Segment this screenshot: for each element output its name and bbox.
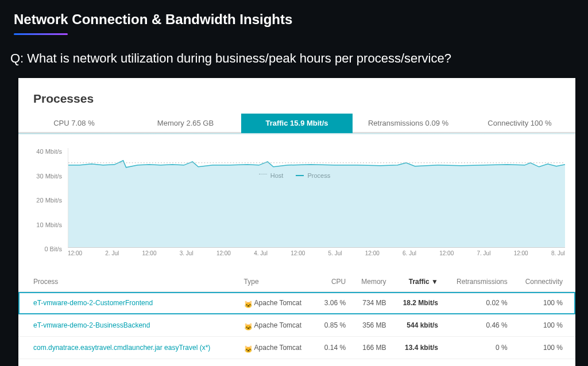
process-table: Process Type CPU Memory Traffic ▼ Retran… [18,272,575,359]
memory-cell: 166 MB [351,337,392,359]
cpu-cell: 0.85 % [315,314,352,337]
tab-connectivity[interactable]: Connectivity 100 % [464,114,575,133]
xtick: 5. Jul [328,250,342,256]
col-process[interactable]: Process [18,272,238,292]
tomcat-icon: 🐱 [244,323,251,329]
ytick-30: 30 Mbit/s [36,173,62,180]
tab-memory[interactable]: Memory 2.65 GB [130,114,241,133]
panel-title: Processes [18,78,575,114]
xtick: 12:00 [142,250,156,256]
x-axis: 12:00 2. Jul 12:00 3. Jul 12:00 4. Jul 1… [68,250,565,256]
processes-panel: Processes CPU 7.08 % Memory 2.65 GB Traf… [18,78,575,366]
process-link[interactable]: com.dynatrace.easytravel.cmdlauncher.jar… [18,337,238,359]
memory-cell: 734 MB [351,292,392,314]
traffic-cell: 544 kbit/s [392,314,444,337]
xtick: 7. Jul [477,250,490,256]
cpu-cell: 3.06 % [315,292,352,314]
ytick-0: 0 Bit/s [44,246,62,252]
memory-cell: 356 MB [351,314,392,337]
traffic-cell: 13.4 kbit/s [392,337,444,359]
type-cell: 🐱Apache Tomcat [238,292,315,314]
slide-root: Network Connection & Bandwidth Insights … [0,0,588,366]
col-memory[interactable]: Memory [351,272,392,292]
conn-cell: 100 % [513,314,575,337]
xtick: 4. Jul [254,250,268,256]
retrans-cell: 0.02 % [444,292,513,314]
xtick: 12:00 [365,250,380,256]
plot-area[interactable] [68,148,565,248]
xtick: 12:00 [439,250,454,256]
tab-cpu[interactable]: CPU 7.08 % [18,114,130,133]
process-link[interactable]: eT-vmware-demo-2-CustomerFrontend [18,292,238,314]
retrans-cell: 0 % [444,337,513,359]
y-axis: 40 Mbit/s 30 Mbit/s 20 Mbit/s 10 Mbit/s … [24,151,64,249]
xtick: 2. Jul [105,250,119,256]
retrans-cell: 0.46 % [444,314,513,337]
xtick: 12:00 [216,250,231,256]
ytick-20: 20 Mbit/s [36,197,62,204]
conn-cell: 100 % [513,292,575,314]
xtick: 6. Jul [403,250,416,256]
process-link[interactable]: eT-vmware-demo-2-BusinessBackend [18,314,238,337]
question-text: Q: What is network utilization during bu… [0,35,588,66]
col-type[interactable]: Type [238,272,315,292]
col-connectivity[interactable]: Connectivity [513,272,575,292]
page-title: Network Connection & Bandwidth Insights [0,0,588,30]
tab-retransmissions[interactable]: Retransmissions 0.09 % [353,114,464,133]
type-cell: 🐱Apache Tomcat [238,314,315,337]
conn-cell: 100 % [513,337,575,359]
xtick: 12:00 [514,250,528,256]
table-header: Process Type CPU Memory Traffic ▼ Retran… [18,272,575,292]
traffic-chart: 40 Mbit/s 30 Mbit/s 20 Mbit/s 10 Mbit/s … [18,134,575,260]
xtick: 12:00 [291,250,305,256]
table-row[interactable]: eT-vmware-demo-2-BusinessBackend 🐱Apache… [18,314,575,337]
tab-traffic[interactable]: Traffic 15.9 Mbit/s [241,114,353,133]
metric-tabs: CPU 7.08 % Memory 2.65 GB Traffic 15.9 M… [18,114,575,133]
col-retransmissions[interactable]: Retransmissions [444,272,513,292]
xtick: 3. Jul [180,250,194,256]
xtick: 8. Jul [551,250,565,256]
tomcat-icon: 🐱 [244,345,251,351]
chart-svg [68,148,565,247]
type-cell: 🐱Apache Tomcat [238,337,315,359]
table-row[interactable]: com.dynatrace.easytravel.cmdlauncher.jar… [18,337,575,359]
ytick-10: 10 Mbit/s [36,221,62,228]
col-cpu[interactable]: CPU [315,272,352,292]
tomcat-icon: 🐱 [244,301,251,306]
xtick: 12:00 [68,250,82,256]
cpu-cell: 0.14 % [315,337,352,359]
ytick-40: 40 Mbit/s [36,148,62,155]
traffic-cell: 18.2 Mbit/s [392,292,444,314]
table-row[interactable]: eT-vmware-demo-2-CustomerFrontend 🐱Apach… [18,292,575,314]
col-traffic[interactable]: Traffic ▼ [392,272,444,292]
